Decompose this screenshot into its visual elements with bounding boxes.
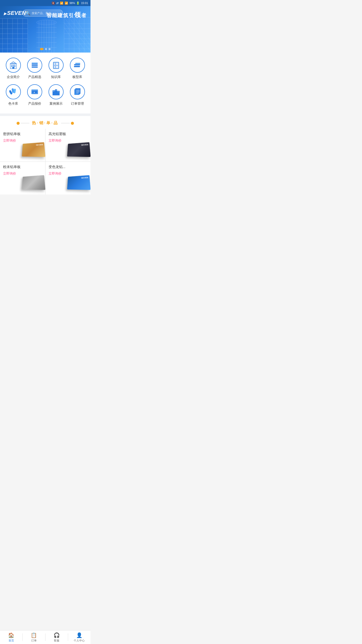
product-name-3: 粉末铝单板 [3,165,42,169]
hot-line-right [61,123,70,123]
panel-shape-gold: SEVEN [19,141,44,158]
pricing-label: 产品报价 [28,101,41,106]
grid-menu: SEVEN 企业简介 产品精选 [0,53,90,113]
banner-dots [40,48,51,50]
svg-text:¥: ¥ [34,91,35,94]
svg-rect-57 [53,62,59,69]
panel-type-icon-circle [70,58,85,73]
color-label: 色卡库 [8,101,18,106]
svg-rect-46 [14,65,15,66]
hot-products-title: 热·销·单·品 [32,120,58,126]
orders-manage-label: 订单管理 [71,101,84,106]
section-divider [0,113,90,116]
svg-point-65 [57,67,57,67]
banner: SEVEN 🔍 搜索产品、案例 智能建筑引领者 [0,6,90,53]
svg-rect-55 [32,67,38,68]
svg-text:SEVEN: SEVEN [12,62,15,64]
hot-products-header: 热·销·单·品 [0,116,90,129]
svg-rect-84 [58,91,59,92]
svg-rect-26 [64,17,90,53]
products-icon-circle [27,58,42,73]
svg-rect-81 [56,90,56,91]
dot-2[interactable] [45,48,47,50]
grid-item-company[interactable]: SEVEN 企业简介 [3,58,23,79]
svg-rect-83 [58,91,58,92]
svg-rect-75 [31,89,38,90]
dot-3[interactable] [49,48,51,50]
layers-icon [31,61,39,69]
products-grid: 密拼铝单板 立即询价 SEVEN 高光铝塑板 立即询价 SEVEN [0,129,90,194]
panel-shape-dark: SEVEN [64,141,89,158]
signal-icon: 📶 [65,2,68,5]
banner-buildings-svg [0,16,90,53]
panel-blue: SEVEN [67,175,90,190]
grid-row-2: 色卡库 ¥ 产品报价 [3,84,88,106]
svg-rect-68 [75,63,80,64]
company-icon-circle: SEVEN [6,58,21,73]
knowledge-label: 知识库 [51,75,61,79]
panel-dark-label: SEVEN [81,143,88,146]
hot-dot-left [17,122,20,125]
svg-rect-50 [12,67,14,69]
grid-item-color[interactable]: 色卡库 [3,84,23,106]
svg-point-62 [54,64,55,64]
hot-dot-right [71,122,74,125]
dot-1[interactable] [40,48,43,50]
product-img-4: SEVEN [64,174,89,193]
svg-rect-66 [74,64,80,65]
orders-icon-circle [70,84,85,99]
panel-shape-silver [19,174,44,191]
color-icon-circle [6,84,21,99]
grid-item-panel-type[interactable]: 板型库 [67,58,87,79]
svg-rect-56 [32,63,38,63]
hot-line-left [21,123,29,123]
cases-label: 案例展示 [50,101,63,106]
panel-type-label: 板型库 [72,75,82,79]
svg-rect-48 [13,66,14,67]
battery-icon: 🔋 [76,2,80,5]
time-text: 15:01 [81,2,88,5]
grid-item-knowledge[interactable]: 知识库 [46,58,66,79]
product-card-1[interactable]: 密拼铝单板 立即询价 SEVEN [0,129,45,162]
product-name-4: 变色龙铝... [49,165,88,169]
svg-rect-44 [11,65,12,66]
product-name-1: 密拼铝单板 [3,132,42,136]
files-icon [73,88,81,96]
svg-rect-49 [14,66,15,67]
cabinet-icon [52,61,60,69]
svg-rect-47 [11,66,12,67]
mute-icon: 🔇 [52,2,55,5]
grid-item-pricing[interactable]: ¥ 产品报价 [25,84,45,106]
product-card-2[interactable]: 高光铝塑板 立即询价 SEVEN [46,129,91,162]
sync-icon: ⇄ [56,2,59,5]
palette-icon [9,88,17,96]
product-card-3[interactable]: 粉末铝单板 立即询价 [0,162,45,194]
products-label: 产品精选 [28,75,41,79]
svg-rect-45 [13,65,14,66]
grid-item-products[interactable]: 产品精选 [25,58,45,79]
grid-item-cases[interactable]: 案例展示 [46,84,66,106]
product-img-3 [19,174,44,193]
company-label: 企业简介 [7,75,20,79]
bars-icon [73,61,81,69]
svg-rect-80 [54,91,54,92]
grid-row-1: SEVEN 企业简介 产品精选 [3,58,88,79]
wifi-icon: 📶 [60,2,63,5]
hot-decoration-left [17,122,29,125]
pricing-icon-circle: ¥ [27,84,42,99]
product-card-4[interactable]: 变色龙铝... 立即询价 SEVEN [46,162,91,194]
hot-decoration-right [61,122,74,125]
product-name-2: 高光铝塑板 [49,132,88,136]
panel-silver [22,175,45,190]
city-icon [52,88,60,96]
grid-item-orders[interactable]: 订单管理 [67,84,87,106]
status-bar: 🔇 ⇄ 📶 📶 98% 🔋 15:01 [0,0,90,6]
search-icon: 🔍 [25,11,30,16]
panel-gold: SEVEN [22,142,45,157]
svg-point-63 [57,64,57,64]
product-img-2: SEVEN [64,141,89,160]
svg-point-64 [54,67,55,67]
knowledge-icon-circle [49,58,64,73]
svg-rect-82 [56,90,57,91]
cases-icon-circle [49,84,64,99]
